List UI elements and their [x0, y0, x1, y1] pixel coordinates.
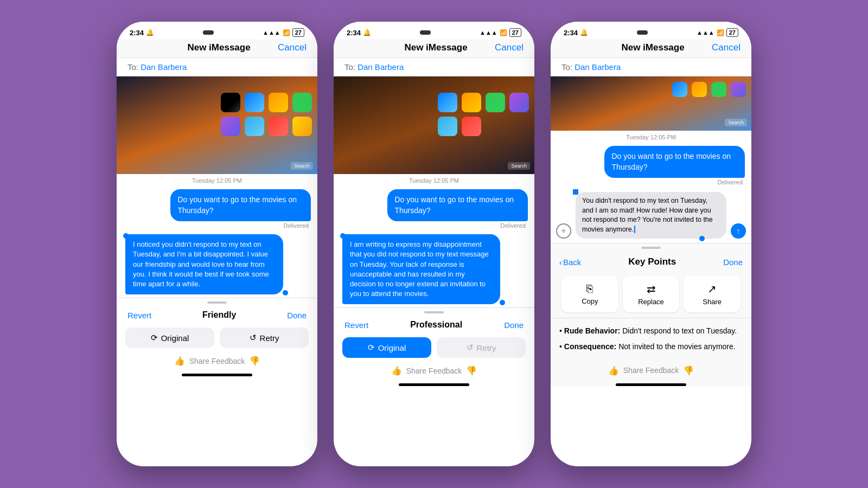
tone-label-1: Friendly [202, 310, 236, 320]
recipient-name-1[interactable]: Dan Barbera [141, 62, 187, 72]
cancel-button-3[interactable]: Cancel [712, 42, 741, 53]
app-icon [245, 93, 264, 112]
status-bar-3: 2:34 🔔 ▲▲▲ 📶 27 [551, 22, 751, 39]
key-points-header: ‹ Back Key Points Done [551, 251, 751, 272]
compose-handle-3 [573, 189, 578, 195]
share-label: Share [703, 298, 722, 306]
revert-button-2[interactable]: Revert [344, 320, 368, 330]
replace-button[interactable]: ⇄ Replace [623, 276, 680, 312]
thumbs-up-icon-2[interactable]: 👍 [391, 365, 402, 376]
done-button-2[interactable]: Done [504, 320, 524, 330]
battery-2: 27 [509, 28, 521, 37]
nav-bar-2: New iMessage Cancel [334, 39, 534, 58]
action-row-2: ⟳ Original ↺ Retry [334, 334, 534, 362]
thumbs-down-icon-2[interactable]: 👎 [466, 365, 477, 376]
compose-row-3: + You didn't respond to my text on Tuesd… [551, 190, 751, 241]
cancel-button-1[interactable]: Cancel [278, 42, 307, 53]
chevron-left-icon: ‹ [559, 258, 562, 267]
feedback-row-2: 👍 Share Feedback 👎 [334, 362, 534, 381]
status-time-3: 2:34 [564, 29, 578, 37]
retry-button-1[interactable]: ↺ Retry [220, 328, 309, 348]
to-line-1: To: Dan Barbera [117, 58, 317, 76]
selection-handle-bottom-2 [500, 300, 505, 305]
status-time-2: 2:34 [347, 29, 361, 37]
compose-bubble-3[interactable]: You didn't respond to my text on Tuesday… [576, 192, 726, 239]
tone-row-1: Revert Friendly Done [117, 306, 317, 324]
recipient-name-3[interactable]: Dan Barbera [575, 62, 621, 72]
phone-2: 2:34 🔔 ▲▲▲ 📶 27 New iMessage Cancel To: … [334, 22, 534, 466]
text-cursor-3 [634, 226, 635, 233]
nav-title-1: New iMessage [187, 42, 250, 53]
selection-handle-bottom-1 [283, 290, 288, 296]
compose-area-2: Revert Professional Done ⟳ Original ↺ Re… [334, 307, 534, 386]
share-icon: ↗ [707, 282, 717, 296]
nav-title-2: New iMessage [404, 42, 467, 53]
original-icon-2: ⟳ [368, 343, 375, 352]
delivered-status-3: Delivered [716, 178, 745, 187]
app-icon [221, 93, 240, 112]
compose-text-3: You didn't respond to my text on Tuesday… [582, 197, 713, 233]
copy-label: Copy [582, 297, 598, 305]
thumbs-up-icon-3[interactable]: 👍 [608, 365, 619, 376]
app-icon [221, 117, 240, 136]
revert-button-1[interactable]: Revert [127, 311, 151, 320]
key-points-panel: ‹ Back Key Points Done ⎘ Copy ⇄ Replace … [551, 243, 751, 386]
retry-icon-2: ↺ [467, 343, 474, 352]
plus-button-3[interactable]: + [556, 223, 571, 239]
cancel-button-2[interactable]: Cancel [495, 42, 524, 53]
thumbs-up-icon-1[interactable]: 👍 [174, 356, 185, 366]
tone-label-2: Professional [410, 320, 462, 330]
recipient-name-2[interactable]: Dan Barbera [358, 62, 404, 72]
app-icon [462, 93, 481, 112]
home-indicator-2 [399, 383, 469, 386]
media-image-1: Search [117, 76, 317, 174]
notification-icon-3: 🔔 [580, 29, 588, 36]
copy-button[interactable]: ⎘ Copy [561, 276, 618, 312]
status-time-1: 2:34 [130, 29, 144, 37]
original-button-1[interactable]: ⟳ Original [125, 328, 214, 348]
battery-1: 27 [292, 28, 304, 37]
feedback-label-3[interactable]: Share Feedback [623, 366, 679, 375]
app-icon [711, 82, 726, 97]
thumbs-down-icon-1[interactable]: 👎 [249, 356, 260, 366]
app-icon [292, 93, 312, 112]
drag-handle-3 [641, 247, 661, 249]
app-icon [462, 117, 481, 136]
panel-title: Key Points [628, 256, 676, 267]
received-bubble-1: I noticed you didn't respond to my text … [125, 234, 283, 294]
kp-actions-row: ⎘ Copy ⇄ Replace ↗ Share [551, 272, 751, 318]
delivered-status-1: Delivered [282, 221, 311, 230]
to-label-2: To: [344, 62, 355, 72]
search-bar-mini-3: Search [725, 119, 747, 126]
sent-bubble-1: Do you want to go to the movies on Thurs… [170, 189, 311, 221]
feedback-label-1[interactable]: Share Feedback [189, 357, 245, 365]
kp-text-2: Not invited to the movies anymore. [616, 342, 735, 351]
back-button[interactable]: ‹ Back [559, 258, 581, 267]
home-indicator-3 [616, 383, 686, 386]
drag-handle-1 [207, 301, 227, 304]
signal-icon-1: ▲▲▲ [263, 29, 280, 36]
timestamp-3: Tuesday 12:05 PM [551, 131, 751, 143]
received-bubble-2: I am writing to express my disappointmen… [342, 234, 500, 304]
done-button-3[interactable]: Done [723, 258, 743, 267]
send-button-3[interactable]: ↑ [731, 223, 746, 239]
messages-area-3: Tuesday 12:05 PM Do you want to go to th… [551, 131, 751, 243]
done-button-1[interactable]: Done [287, 311, 307, 320]
app-icon [245, 117, 264, 136]
search-bar-mini-2: Search [508, 162, 530, 170]
original-button-2[interactable]: ⟳ Original [342, 337, 431, 358]
phone-1: 2:34 🔔 ▲▲▲ 📶 27 New iMessage Cancel To: … [117, 22, 317, 466]
app-icon [486, 93, 505, 112]
thumbs-down-icon-3[interactable]: 👎 [683, 365, 694, 376]
retry-button-2[interactable]: ↺ Retry [437, 337, 526, 358]
app-icon [731, 82, 746, 97]
to-line-3: To: Dan Barbera [551, 58, 751, 76]
phone-3: 2:34 🔔 ▲▲▲ 📶 27 New iMessage Cancel To: … [551, 22, 751, 466]
home-indicator-1 [182, 374, 252, 376]
feedback-label-2[interactable]: Share Feedback [406, 367, 462, 375]
compose-handle-bottom-3 [699, 236, 705, 241]
media-image-3: Search [551, 76, 751, 131]
replace-icon: ⇄ [647, 282, 656, 296]
kp-bold-1: Rude Behavior: [564, 326, 620, 335]
share-kp-button[interactable]: ↗ Share [684, 276, 741, 312]
